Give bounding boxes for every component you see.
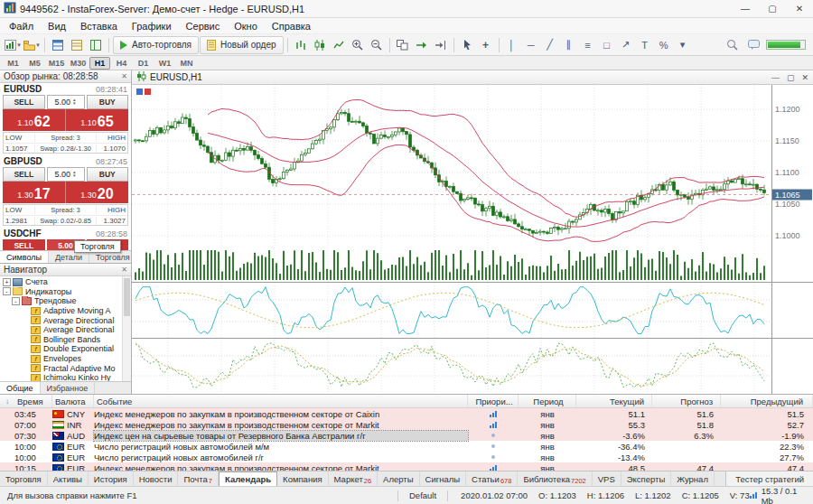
tab-Эксперты[interactable]: Эксперты xyxy=(621,471,672,486)
lot-spinner[interactable]: ▲▼ xyxy=(72,171,76,178)
nav-tab-1[interactable]: Общие xyxy=(0,382,41,394)
menu-Графики[interactable]: Графики xyxy=(125,20,179,33)
tab-VPS[interactable]: VPS xyxy=(593,471,621,486)
symbol-name[interactable]: GBPUSD xyxy=(4,156,42,166)
column-header-8[interactable]: Предыдущий xyxy=(721,395,813,407)
chart-close-button[interactable]: ✕ xyxy=(801,73,808,82)
timeframe-MN[interactable]: MN xyxy=(176,57,197,70)
lot-spinner[interactable]: ▲▼ xyxy=(72,98,76,106)
expander-icon[interactable]: - xyxy=(12,297,20,305)
tree-item[interactable]: Envelopes xyxy=(0,354,122,364)
market-watch-toggle[interactable] xyxy=(49,36,67,54)
nav-tab-2[interactable]: Избранное xyxy=(41,382,96,394)
timeframe-D1[interactable]: D1 xyxy=(133,57,154,70)
tab-Маркет[interactable]: Маркет26 xyxy=(329,471,378,486)
cursor-button[interactable] xyxy=(458,36,476,54)
column-header-1[interactable]: Время xyxy=(14,395,52,407)
menu-Справка[interactable]: Справка xyxy=(265,20,318,33)
column-header-3[interactable]: Событие xyxy=(94,395,468,407)
arrows-tool[interactable]: ↗ xyxy=(617,36,635,54)
tree-item[interactable]: Average Directional xyxy=(0,315,122,325)
tree-item[interactable]: -Индикаторы xyxy=(0,287,122,297)
column-header-4[interactable]: Приори... xyxy=(468,395,519,407)
fibonacci-tool[interactable]: ≡ xyxy=(579,36,597,54)
menu-Вставка[interactable]: Вставка xyxy=(73,20,125,33)
tab-История[interactable]: История xyxy=(89,471,134,486)
calendar-row[interactable]: 03:45CNYИндекс менеджеров по закупкам в … xyxy=(0,408,813,419)
timeframe-M5[interactable]: M5 xyxy=(24,57,45,70)
tree-item[interactable]: +Счета xyxy=(0,277,122,287)
column-header-6[interactable]: Текущий xyxy=(576,395,652,407)
calendar-row[interactable]: 07:30AUDИндекс цен на сырьевые товары от… xyxy=(0,430,813,441)
tree-item[interactable]: Fractal Adaptive Mo xyxy=(0,363,122,373)
chart-restore-button[interactable]: ▢ xyxy=(787,73,795,82)
tab-Статьи[interactable]: Статьи678 xyxy=(466,471,518,486)
tab-Алерты[interactable]: Алерты xyxy=(378,471,419,486)
tab-Журнал[interactable]: Журнал xyxy=(671,471,715,486)
more-tools[interactable]: % xyxy=(655,36,673,54)
data-window-toggle[interactable] xyxy=(68,36,86,54)
tab-Календарь[interactable]: Календарь xyxy=(219,471,277,486)
menu-Файл[interactable]: Файл xyxy=(2,20,41,33)
crosshair-button[interactable]: + xyxy=(477,36,495,54)
profiles-button[interactable]: ▾ xyxy=(23,36,41,54)
line-chart-type-button[interactable] xyxy=(330,36,348,54)
column-header-2[interactable]: Валюта xyxy=(52,395,94,407)
buy-button[interactable]: BUY xyxy=(87,167,129,182)
menu-Вид[interactable]: Вид xyxy=(41,20,73,33)
sell-button[interactable]: SELL xyxy=(3,95,45,109)
close-icon[interactable]: ✕ xyxy=(121,266,127,274)
tree-item[interactable]: Ichimoku Kinko Hy xyxy=(0,373,122,381)
scrollbar-thumb[interactable] xyxy=(124,278,130,316)
sort-icon[interactable]: ↓ xyxy=(0,397,14,406)
menu-Сервис[interactable]: Сервис xyxy=(179,20,228,33)
timeframe-H1[interactable]: H1 xyxy=(89,57,110,70)
calendar-row[interactable]: 07:00INRИндекс менеджеров по закупкам в … xyxy=(0,419,813,430)
channel-tool[interactable]: ∥ xyxy=(560,36,578,54)
shapes-tool[interactable]: □ xyxy=(598,36,616,54)
horizontal-line-tool[interactable]: ─ xyxy=(522,36,540,54)
tab-Сигналы[interactable]: Сигналы xyxy=(420,471,467,486)
expander-icon[interactable]: - xyxy=(3,287,11,295)
lot-input[interactable]: 5.00▲▼ xyxy=(47,95,85,109)
minimize-button[interactable]: — xyxy=(732,0,759,17)
close-button[interactable]: ✕ xyxy=(786,0,813,17)
calendar-row[interactable]: 10:00EURЧисло регистраций новых автомоби… xyxy=(0,441,813,452)
scrollbar[interactable] xyxy=(122,276,131,381)
lot-input[interactable]: 5.00▲▼ xyxy=(47,167,85,182)
autoscroll-button[interactable] xyxy=(413,36,431,54)
tools-dropdown[interactable]: ▾ xyxy=(674,36,692,54)
new-chart-button[interactable]: ▾ xyxy=(4,36,22,54)
tree-item[interactable]: Double Exponential xyxy=(0,344,122,354)
timeframe-W1[interactable]: W1 xyxy=(154,57,175,70)
tab-Торговля[interactable]: Торговля xyxy=(0,471,48,486)
community-chat-icon[interactable] xyxy=(744,36,762,54)
chart-tab-title[interactable]: EURUSD,H1 xyxy=(150,72,202,82)
zoom-out-button[interactable] xyxy=(368,36,386,54)
tree-item[interactable]: Adaptive Moving A xyxy=(0,306,122,316)
tab-Библиотека[interactable]: Библиотека7202 xyxy=(518,471,592,486)
mw-tab-1[interactable]: Символы xyxy=(0,251,49,263)
maximize-button[interactable]: ▢ xyxy=(759,0,786,17)
timeframe-H4[interactable]: H4 xyxy=(111,57,132,70)
price-chart[interactable]: 1.12001.11501.11001.10501.10001.1065 xyxy=(132,85,813,394)
text-tool[interactable]: T xyxy=(636,36,654,54)
timeframe-M30[interactable]: M30 xyxy=(68,57,89,70)
sell-button[interactable]: SELL xyxy=(3,167,45,182)
tab-Почта[interactable]: Почта7 xyxy=(178,471,219,486)
calendar-row[interactable]: 10:00EURЧисло регистраций новых автомоби… xyxy=(0,452,813,462)
ask-price[interactable]: 1.3020 xyxy=(66,182,128,203)
column-header-7[interactable]: Прогноз xyxy=(652,395,721,407)
tab-Компания[interactable]: Компания xyxy=(277,471,328,486)
bars-chart-type-button[interactable] xyxy=(292,36,310,54)
tab-Новости[interactable]: Новости xyxy=(134,471,179,486)
profile-name[interactable]: Default xyxy=(398,490,447,500)
timeframe-M15[interactable]: M15 xyxy=(46,57,67,70)
autotrade-button[interactable]: Авто-торговля xyxy=(113,36,199,54)
bid-price[interactable]: 1.1062 xyxy=(3,109,66,131)
ask-price[interactable]: 1.1065 xyxy=(66,109,128,131)
tree-item[interactable]: -Трендовые xyxy=(0,296,122,306)
symbol-name[interactable]: USDCHF xyxy=(4,229,42,238)
tree-item[interactable]: Average Directional xyxy=(0,325,122,335)
strategy-tester-tab[interactable]: Тестер стратегий xyxy=(725,471,813,486)
